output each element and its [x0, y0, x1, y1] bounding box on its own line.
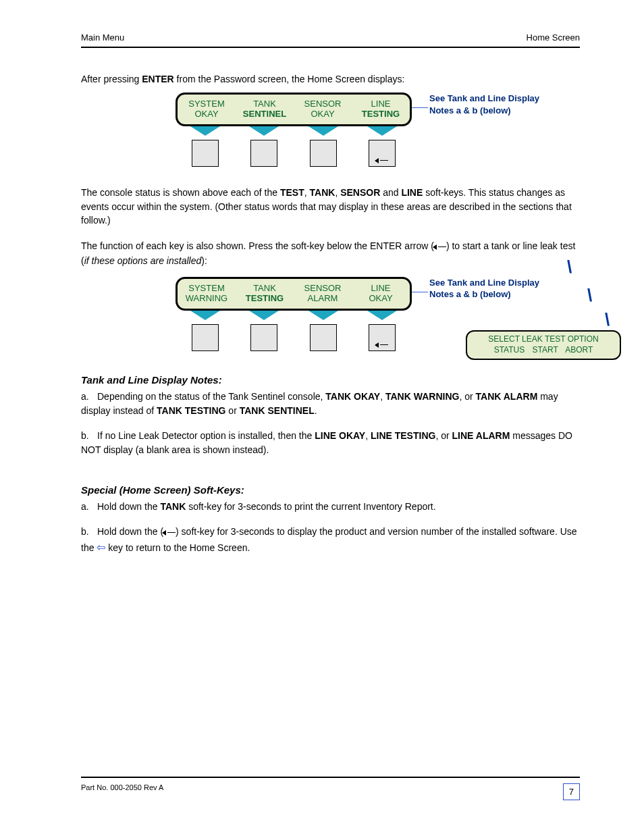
note-a-b4: TANK TESTING: [157, 405, 225, 416]
note-a-m1: ,: [380, 391, 385, 402]
lcd1-cell0-l1: SYSTEM: [178, 99, 236, 109]
note-a-b5: TANK SENTINEL: [240, 405, 315, 416]
triangle-icon: [308, 126, 338, 136]
connector-line: [412, 292, 428, 292]
lcd1-triangles: [176, 126, 412, 136]
lcd2-cell1-l2: TESTING: [236, 294, 294, 304]
paragraph-function: The function of each key is also shown. …: [81, 239, 580, 267]
intro-post: from the Password screen, the Home Scree…: [174, 74, 405, 84]
lcd1-cell-tank: TANK SENTINEL: [236, 95, 294, 124]
para2-text: The function of each key is also shown. …: [81, 240, 288, 251]
softkey-button[interactable]: [310, 140, 337, 167]
softkey-button[interactable]: [192, 140, 219, 167]
note-b-pre: If no Line Leak Detector option is insta…: [97, 430, 315, 441]
lcd1-cell-line: LINE TESTING: [352, 95, 410, 124]
lcd-block-1: SYSTEM OKAY TANK SENTINEL SENSOR OKAY LI…: [176, 93, 580, 167]
lcd2-note: See Tank and Line Display Notes a & b (b…: [429, 277, 551, 301]
paragraph-status: The console status is shown above each o…: [81, 186, 580, 227]
note-a-b3: TANK ALARM: [476, 391, 538, 402]
lcd-frame-1: SYSTEM OKAY TANK SENTINEL SENSOR OKAY LI…: [176, 93, 412, 126]
sk-a-pre: Hold down the: [97, 501, 160, 512]
intro-enter: ENTER: [142, 74, 173, 84]
note-b-b3: LINE ALARM: [452, 430, 510, 441]
enter-arrow-icon: [376, 342, 388, 348]
lcd2-triangles: [176, 311, 412, 320]
softkeys-heading: Special (Home Screen) Soft-Keys:: [81, 484, 580, 496]
connector-line: [412, 107, 428, 108]
triangle-icon: [367, 126, 397, 136]
para1-m2: ,: [335, 187, 340, 198]
lcd1-cell0-l2: OKAY: [178, 109, 236, 120]
lcd1-cell1-l2: SENTINEL: [236, 109, 294, 120]
sk-b-end: key to return to the Home Screen.: [105, 542, 250, 553]
lcd2-cell0-l1: SYSTEM: [178, 284, 236, 294]
softkey-button[interactable]: [250, 324, 277, 351]
page-header: Main Menu Home Screen: [81, 32, 580, 48]
lcd2-cell-system: SYSTEM WARNING: [178, 279, 236, 309]
note-a-label: a.: [81, 390, 93, 404]
lcd2-cell-sensor: SENSOR ALARM: [294, 279, 352, 309]
diagonal-mark: \: [587, 285, 592, 306]
enter-arrow-inline-icon: [163, 525, 176, 540]
tank-line-notes-heading: Tank and Line Display Notes:: [81, 374, 580, 386]
softkey-enter-button[interactable]: [369, 324, 396, 351]
lcd2-cell3-l1: LINE: [352, 284, 410, 294]
lcd1-cell2-l2: OKAY: [294, 109, 352, 120]
note-b-b2: LINE TESTING: [371, 430, 435, 441]
lcd-panel-2: SYSTEM WARNING TANK TESTING SENSOR ALARM…: [176, 277, 412, 351]
lcd2-buttons: [176, 324, 412, 351]
sk-b-label: b.: [81, 525, 93, 539]
tank-line-note-b: b.If no Line Leak Detector option is ins…: [81, 429, 580, 457]
page-number: 7: [563, 783, 580, 800]
lcd-block-2: SYSTEM WARNING TANK TESTING SENSOR ALARM…: [176, 277, 580, 351]
para2-post2: ):: [201, 255, 207, 266]
para1-b1: TEST: [280, 187, 304, 198]
sk-b-pre: Hold down the (: [97, 526, 163, 537]
enter-arrow-inline-icon: [434, 240, 446, 253]
lcd1-cell-sensor: SENSOR OKAY: [294, 95, 352, 124]
para1-pre: The console status is shown above each o…: [81, 187, 280, 198]
softkey-enter-button[interactable]: [369, 140, 396, 167]
leak-test-popup: SELECT LEAK TEST OPTION STATUS START ABO…: [466, 330, 621, 360]
lcd1-cell-system: SYSTEM OKAY: [178, 95, 236, 124]
softkey-button[interactable]: [250, 140, 277, 167]
para1-m1: ,: [304, 187, 310, 198]
note-a-post: .: [315, 405, 317, 416]
sk-a-mid: soft-key for 3-seconds to print the curr…: [186, 501, 435, 512]
lcd1-note: See Tank and Line Display Notes a & b (b…: [429, 93, 551, 116]
lcd-frame-2: SYSTEM WARNING TANK TESTING SENSOR ALARM…: [176, 277, 412, 311]
note-b-b1: LINE OKAY: [315, 430, 365, 441]
softkeys-note-a: a.Hold down the TANK soft-key for 3-seco…: [81, 500, 580, 514]
header-left: Main Menu: [81, 32, 124, 43]
triangle-icon: [190, 311, 220, 320]
para2-emph: if these options are installed: [84, 255, 202, 266]
back-arrow-icon: ⇦: [97, 542, 105, 553]
lcd1-buttons: [176, 140, 412, 167]
lcd1-cell3-l1: LINE: [352, 99, 410, 109]
para2-key: soft-key below the ENTER arrow (: [291, 240, 434, 251]
para1-b2: TANK: [310, 187, 336, 198]
intro-pre: After pressing: [81, 74, 142, 84]
lcd2-cell2-l1: SENSOR: [294, 284, 352, 294]
para1-b4: LINE: [401, 187, 423, 198]
para1-m3: and: [380, 187, 401, 198]
triangle-icon: [249, 126, 279, 136]
diagonal-mark: \: [605, 309, 610, 330]
triangle-icon: [190, 126, 220, 136]
sk-a-b1: TANK: [160, 501, 186, 512]
header-right: Home Screen: [527, 32, 580, 43]
triangle-icon: [249, 311, 279, 320]
lcd2-cell2-l2: ALARM: [294, 294, 352, 304]
diagonal-mark: \: [567, 257, 572, 278]
lcd1-cell3-l2: TESTING: [352, 109, 410, 120]
tank-line-note-a: a.Depending on the status of the Tank Se…: [81, 390, 580, 418]
note-a-b2: TANK WARNING: [385, 391, 459, 402]
note-a-m4: or: [225, 405, 239, 416]
note-b-m2: , or: [435, 430, 452, 441]
softkey-button[interactable]: [192, 324, 219, 351]
softkey-button[interactable]: [310, 324, 337, 351]
lcd2-cell3-l2: OKAY: [352, 294, 410, 304]
lcd1-cell1-l1: TANK: [236, 99, 294, 109]
para1-b3: SENSOR: [340, 187, 380, 198]
note-b-m1: ,: [365, 430, 371, 441]
